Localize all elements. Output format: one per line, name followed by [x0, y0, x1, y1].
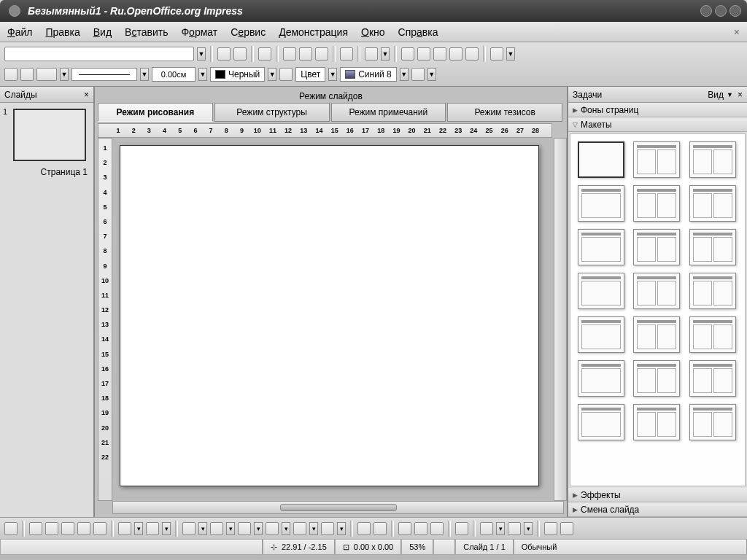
layout-3[interactable] — [578, 185, 624, 222]
dd6[interactable]: ▾ — [282, 522, 290, 535]
curve-tool-icon[interactable] — [118, 522, 131, 535]
status-zoom[interactable]: 53% — [401, 539, 433, 555]
tab-thesis[interactable]: Режим тезисов — [447, 103, 562, 122]
link-icon[interactable] — [315, 47, 328, 61]
task-section-layouts[interactable]: ▽Макеты — [568, 117, 747, 132]
arrows-shapes-icon[interactable] — [238, 522, 251, 535]
menu-service[interactable]: Сервис — [231, 26, 266, 38]
scrollbar-horizontal[interactable] — [112, 501, 564, 514]
fill-type-dd[interactable]: ▼ — [328, 68, 337, 81]
toolbar2-end[interactable]: ▼ — [427, 68, 436, 81]
maximize-button[interactable] — [715, 5, 727, 17]
grid-icon[interactable] — [340, 47, 353, 61]
fill-bucket-icon[interactable] — [279, 68, 293, 81]
pointer-icon[interactable] — [4, 68, 18, 81]
menu-window[interactable]: Окно — [361, 26, 385, 38]
slides-panel-close[interactable]: × — [84, 90, 89, 100]
arrow-style-dd[interactable]: ▼ — [60, 68, 69, 81]
ruler-vertical[interactable]: 12345678910111213141516171819202122 — [98, 138, 112, 501]
layout-2[interactable] — [689, 141, 736, 178]
pen-icon[interactable] — [20, 68, 34, 81]
fontwork-icon[interactable] — [398, 522, 411, 535]
menu-view[interactable]: Вид — [93, 26, 112, 38]
tab-structure[interactable]: Режим структуры — [214, 103, 330, 122]
align-icon[interactable] — [480, 522, 493, 535]
layout-11[interactable] — [689, 273, 736, 309]
edit-icon[interactable] — [258, 47, 271, 61]
dd10[interactable]: ▾ — [524, 522, 533, 535]
fill-type[interactable]: Цвет — [295, 67, 325, 82]
dd4[interactable]: ▾ — [226, 522, 235, 535]
arrange-icon[interactable] — [508, 522, 521, 535]
task-section-backgrounds[interactable]: ▶Фоны страниц — [568, 103, 747, 117]
arrow-line-tool-icon[interactable] — [45, 522, 58, 535]
extrude-icon[interactable] — [544, 522, 557, 535]
fill-color[interactable]: Синий 8 — [340, 67, 396, 82]
flowchart-icon[interactable] — [266, 522, 279, 535]
points-icon[interactable] — [357, 522, 371, 535]
slide-thumb-1[interactable] — [13, 109, 86, 161]
slide-canvas[interactable] — [120, 145, 539, 486]
presentation-icon[interactable] — [490, 47, 503, 61]
clone-icon[interactable] — [449, 47, 462, 61]
text-tool-icon[interactable] — [93, 522, 107, 535]
sysmenu-icon[interactable] — [9, 5, 20, 17]
toolbar-end[interactable]: ▼ — [506, 47, 515, 61]
doc-close-icon[interactable]: × — [734, 26, 740, 38]
minimize-button[interactable] — [700, 5, 712, 17]
layout-5[interactable] — [689, 185, 736, 222]
stars-icon[interactable] — [321, 522, 334, 535]
close-button[interactable] — [729, 5, 741, 17]
chart-icon[interactable] — [283, 47, 296, 61]
dd2[interactable]: ▾ — [162, 522, 171, 535]
paste-icon[interactable] — [433, 47, 446, 61]
gallery-icon[interactable] — [430, 522, 444, 535]
cut-icon[interactable] — [401, 47, 414, 61]
save-icon[interactable] — [233, 47, 247, 61]
layout-15[interactable] — [578, 360, 624, 397]
layout-1[interactable] — [633, 141, 680, 178]
layout-16[interactable] — [633, 360, 680, 397]
task-section-effects[interactable]: ▶Эффекты — [568, 488, 747, 502]
layout-17[interactable] — [689, 360, 736, 397]
dd1[interactable]: ▾ — [134, 522, 143, 535]
scrollbar-vertical[interactable] — [554, 138, 567, 501]
menu-format[interactable]: Формат — [181, 26, 217, 38]
interaction-icon[interactable] — [560, 522, 573, 535]
dd8[interactable]: ▾ — [337, 522, 346, 535]
dd7[interactable]: ▾ — [309, 522, 318, 535]
layout-13[interactable] — [633, 316, 680, 353]
line-width-spin[interactable]: ▼ — [198, 68, 207, 81]
layout-12[interactable] — [578, 316, 624, 353]
zoom-dropdown[interactable]: ▼ — [381, 47, 390, 61]
layout-10[interactable] — [633, 273, 680, 309]
dd3[interactable]: ▾ — [198, 522, 207, 535]
menu-demo[interactable]: Демонстрация — [279, 26, 348, 38]
rect-tool-icon[interactable] — [61, 522, 74, 535]
layout-9[interactable] — [578, 273, 624, 309]
tasks-view-dd[interactable]: ▼ — [727, 91, 733, 98]
line-style[interactable] — [71, 68, 137, 81]
menu-file[interactable]: Файл — [7, 26, 32, 38]
image-icon[interactable] — [414, 522, 427, 535]
layout-19[interactable] — [633, 404, 680, 440]
line-color-dd[interactable]: ▼ — [268, 68, 276, 81]
glue-icon[interactable] — [374, 522, 387, 535]
layout-7[interactable] — [633, 229, 680, 265]
shapes-icon[interactable] — [182, 522, 196, 535]
select-tool-icon[interactable] — [4, 522, 18, 535]
layout-4[interactable] — [633, 185, 680, 222]
zoom-icon[interactable] — [365, 47, 378, 61]
menu-edit[interactable]: Правка — [45, 26, 80, 38]
symbol-shapes-icon[interactable] — [210, 522, 223, 535]
layout-8[interactable] — [689, 229, 736, 265]
rotate-icon[interactable] — [455, 522, 468, 535]
connector-tool-icon[interactable] — [146, 522, 159, 535]
ellipse-tool-icon[interactable] — [77, 522, 90, 535]
fill-color-dd[interactable]: ▼ — [400, 68, 409, 81]
new-icon[interactable] — [217, 47, 231, 61]
tab-drawing[interactable]: Режим рисования — [98, 103, 213, 122]
layout-6[interactable] — [578, 229, 624, 265]
ruler-horizontal[interactable]: 1234567891011121314151617181920212223242… — [98, 123, 552, 138]
table-icon[interactable] — [299, 47, 312, 61]
